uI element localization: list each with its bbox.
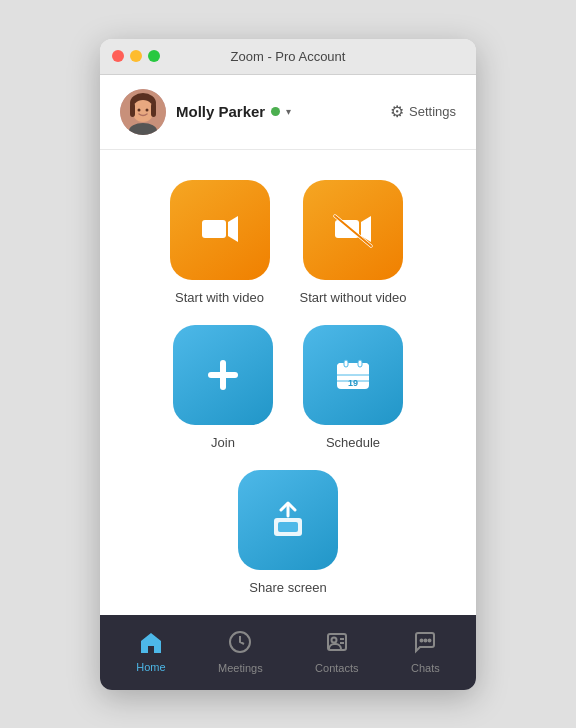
svg-point-5 — [138, 108, 141, 111]
join-label: Join — [211, 435, 235, 450]
gear-icon: ⚙ — [390, 102, 404, 121]
nav-meetings-label: Meetings — [218, 662, 263, 674]
close-button[interactable] — [112, 50, 124, 62]
settings-label: Settings — [409, 104, 456, 119]
schedule-label: Schedule — [326, 435, 380, 450]
nav-home[interactable]: Home — [116, 623, 185, 681]
svg-rect-10 — [335, 220, 359, 238]
start-without-video-item[interactable]: Start without video — [300, 180, 407, 305]
user-name: Molly Parker — [176, 103, 265, 120]
main-content: Start with video Start without video — [100, 150, 476, 615]
nav-meetings[interactable]: Meetings — [198, 622, 283, 682]
svg-marker-9 — [228, 216, 238, 242]
settings-button[interactable]: ⚙ Settings — [390, 102, 456, 121]
share-icon — [266, 498, 310, 542]
row-share: Share screen — [238, 470, 338, 595]
traffic-lights — [112, 50, 160, 62]
nav-chats[interactable]: Chats — [391, 622, 460, 682]
svg-rect-18 — [337, 368, 369, 372]
header: Molly Parker ▾ ⚙ Settings — [100, 75, 476, 150]
window-title: Zoom - Pro Account — [231, 49, 346, 64]
nav-contacts[interactable]: Contacts — [295, 622, 378, 682]
row-join-schedule: Join — [173, 325, 403, 450]
minimize-button[interactable] — [130, 50, 142, 62]
avatar — [120, 89, 166, 135]
start-without-video-label: Start without video — [300, 290, 407, 305]
app-window: Zoom - Pro Account — [100, 39, 476, 690]
maximize-button[interactable] — [148, 50, 160, 62]
home-icon — [139, 631, 163, 657]
start-without-video-button[interactable] — [303, 180, 403, 280]
svg-point-29 — [331, 638, 336, 643]
chat-icon — [413, 630, 437, 658]
join-button[interactable] — [173, 325, 273, 425]
svg-rect-26 — [278, 522, 298, 532]
join-item[interactable]: Join — [173, 325, 273, 450]
svg-rect-22 — [358, 360, 362, 367]
svg-point-32 — [421, 640, 423, 642]
start-with-video-label: Start with video — [175, 290, 264, 305]
status-dot — [271, 107, 280, 116]
schedule-item[interactable]: 19 Schedule — [303, 325, 403, 450]
clock-icon — [228, 630, 252, 658]
title-bar: Zoom - Pro Account — [100, 39, 476, 75]
user-info: Molly Parker ▾ — [120, 89, 291, 135]
video-camera-off-icon — [331, 208, 375, 252]
svg-rect-8 — [202, 220, 226, 238]
person-icon — [325, 630, 349, 658]
svg-rect-4 — [151, 103, 156, 117]
bottom-nav: Home Meetings Contacts — [100, 615, 476, 690]
user-name-row: Molly Parker ▾ — [176, 103, 291, 120]
share-screen-item[interactable]: Share screen — [238, 470, 338, 595]
svg-rect-3 — [130, 103, 135, 117]
nav-chats-label: Chats — [411, 662, 440, 674]
button-grid: Start with video Start without video — [120, 180, 456, 595]
svg-rect-21 — [344, 360, 348, 367]
svg-point-2 — [132, 100, 154, 122]
nav-home-label: Home — [136, 661, 165, 673]
avatar-image — [120, 89, 166, 135]
svg-point-33 — [425, 640, 427, 642]
video-camera-icon — [198, 208, 242, 252]
nav-contacts-label: Contacts — [315, 662, 358, 674]
share-screen-button[interactable] — [238, 470, 338, 570]
schedule-button[interactable]: 19 — [303, 325, 403, 425]
svg-point-6 — [146, 108, 149, 111]
start-with-video-button[interactable] — [170, 180, 270, 280]
calendar-icon: 19 — [331, 353, 375, 397]
row-video: Start with video Start without video — [170, 180, 407, 305]
share-screen-label: Share screen — [249, 580, 326, 595]
start-with-video-item[interactable]: Start with video — [170, 180, 270, 305]
svg-text:19: 19 — [348, 378, 358, 388]
svg-rect-15 — [208, 372, 238, 378]
svg-point-34 — [429, 640, 431, 642]
chevron-down-icon[interactable]: ▾ — [286, 106, 291, 117]
plus-icon — [201, 353, 245, 397]
